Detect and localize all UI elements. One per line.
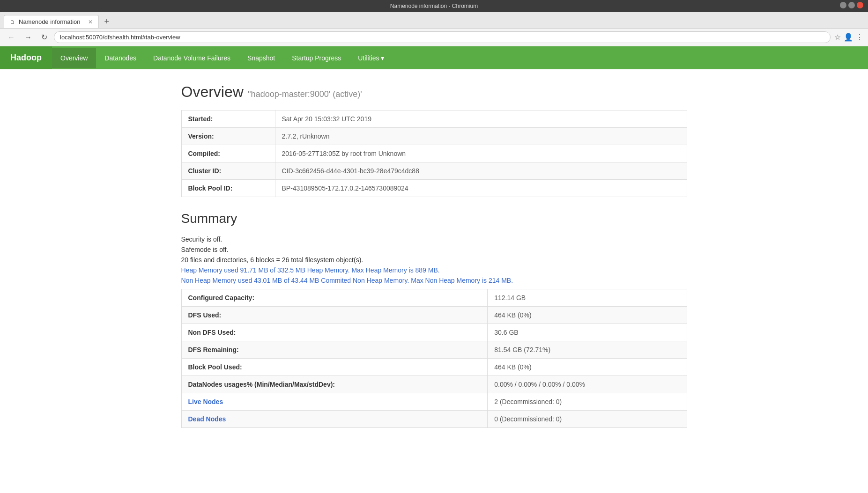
tab-close-button[interactable]: ✕: [88, 19, 93, 25]
stat-label: Block Pool Used:: [181, 359, 488, 376]
nav-item-overview[interactable]: Overview: [52, 48, 96, 68]
heading-subtitle: ''hadoop-master:9000' (active)': [248, 89, 362, 99]
address-bar[interactable]: [54, 31, 831, 43]
info-value: Sat Apr 20 15:03:32 UTC 2019: [275, 110, 687, 128]
stat-link[interactable]: Dead Nodes: [188, 415, 226, 423]
table-row: Block Pool ID:BP-431089505-172.17.0.2-14…: [181, 180, 687, 197]
hadoop-brand: Hadoop: [0, 46, 52, 69]
nav-items: Overview Datanodes Datanode Volume Failu…: [52, 48, 393, 68]
nav-item-datanode-volume-failures[interactable]: Datanode Volume Failures: [145, 48, 239, 68]
stat-value: 112.14 GB: [488, 289, 687, 307]
window-controls: [840, 2, 863, 8]
info-value: 2016-05-27T18:05Z by root from Unknown: [275, 145, 687, 162]
info-value: CID-3c662456-d44e-4301-bc39-28e479c4dc88: [275, 162, 687, 180]
table-row: Cluster ID:CID-3c662456-d44e-4301-bc39-2…: [181, 162, 687, 180]
summary-line-filesystem-objects: 20 files and directories, 6 blocks = 26 …: [181, 256, 687, 264]
stat-value: 81.54 GB (72.71%): [488, 341, 687, 359]
table-row: Version:2.7.2, rUnknown: [181, 128, 687, 145]
heading-text: Overview: [181, 83, 248, 100]
stat-value: 464 KB (0%): [488, 307, 687, 324]
stat-label: Live Nodes: [181, 393, 488, 411]
summary-texts: Security is off.Safemode is off.20 files…: [181, 235, 687, 284]
table-row: Started:Sat Apr 20 15:03:32 UTC 2019: [181, 110, 687, 128]
stat-value: 0 (Decommissioned: 0): [488, 411, 687, 428]
table-row: DataNodes usages% (Min/Median/Max/stdDev…: [181, 376, 687, 393]
close-button[interactable]: [857, 2, 863, 8]
info-value: 2.7.2, rUnknown: [275, 128, 687, 145]
nav-item-datanodes[interactable]: Datanodes: [96, 48, 145, 68]
info-value: BP-431089505-172.17.0.2-1465730089024: [275, 180, 687, 197]
summary-line-security: Security is off.: [181, 235, 687, 243]
stat-value: 0.00% / 0.00% / 0.00% / 0.00%: [488, 376, 687, 393]
minimize-button[interactable]: [840, 2, 846, 8]
reload-button[interactable]: ↻: [38, 32, 50, 43]
stat-label: Non DFS Used:: [181, 324, 488, 341]
info-label: Version:: [181, 128, 275, 145]
active-tab[interactable]: 🗋 Namenode information ✕: [4, 15, 99, 28]
stat-value: 30.6 GB: [488, 324, 687, 341]
table-row: Block Pool Used:464 KB (0%): [181, 359, 687, 376]
nav-item-snapshot[interactable]: Snapshot: [239, 48, 283, 68]
info-label: Cluster ID:: [181, 162, 275, 180]
hadoop-nav: Hadoop Overview Datanodes Datanode Volum…: [0, 46, 868, 69]
info-label: Block Pool ID:: [181, 180, 275, 197]
table-row: DFS Remaining:81.54 GB (72.71%): [181, 341, 687, 359]
stat-link[interactable]: Live Nodes: [188, 398, 223, 405]
profile-icon[interactable]: 👤: [844, 33, 853, 42]
info-label: Compiled:: [181, 145, 275, 162]
menu-icon[interactable]: ⋮: [856, 33, 863, 42]
back-button[interactable]: ←: [5, 32, 18, 43]
tab-label: Namenode information: [19, 18, 81, 25]
stat-label: DataNodes usages% (Min/Median/Max/stdDev…: [181, 376, 488, 393]
stats-table: Configured Capacity:112.14 GBDFS Used:46…: [181, 289, 687, 428]
browser-title-bar: Namenode information - Chromium: [0, 0, 868, 12]
main-content: Overview ''hadoop-master:9000' (active)'…: [153, 69, 715, 442]
tab-favicon: 🗋: [10, 19, 15, 25]
table-row: DFS Used:464 KB (0%): [181, 307, 687, 324]
summary-line-safemode: Safemode is off.: [181, 246, 687, 253]
summary-heading: Summary: [181, 211, 687, 226]
nav-item-utilities[interactable]: Utilities ▾: [349, 48, 393, 68]
info-table: Started:Sat Apr 20 15:03:32 UTC 2019Vers…: [181, 110, 687, 197]
new-tab-button[interactable]: +: [101, 17, 113, 27]
stat-value: 464 KB (0%): [488, 359, 687, 376]
table-row: Non DFS Used:30.6 GB: [181, 324, 687, 341]
nav-item-startup-progress[interactable]: Startup Progress: [283, 48, 349, 68]
info-label: Started:: [181, 110, 275, 128]
table-row: Live Nodes2 (Decommissioned: 0): [181, 393, 687, 411]
summary-line-heap-memory: Heap Memory used 91.71 MB of 332.5 MB He…: [181, 266, 687, 274]
stat-label: Configured Capacity:: [181, 289, 488, 307]
browser-right-icons: ☆ 👤 ⋮: [834, 33, 863, 42]
forward-button[interactable]: →: [22, 32, 35, 43]
browser-title: Namenode information - Chromium: [390, 3, 478, 9]
table-row: Dead Nodes0 (Decommissioned: 0): [181, 411, 687, 428]
summary-line-non-heap-memory: Non Heap Memory used 43.01 MB of 43.44 M…: [181, 277, 687, 284]
tab-bar: 🗋 Namenode information ✕ +: [0, 12, 868, 29]
stat-label: DFS Remaining:: [181, 341, 488, 359]
nav-bar: ← → ↻ ☆ 👤 ⋮: [0, 29, 868, 46]
table-row: Compiled:2016-05-27T18:05Z by root from …: [181, 145, 687, 162]
page-heading: Overview ''hadoop-master:9000' (active)': [181, 83, 687, 101]
stat-label: DFS Used:: [181, 307, 488, 324]
table-row: Configured Capacity:112.14 GB: [181, 289, 687, 307]
maximize-button[interactable]: [848, 2, 855, 8]
bookmark-icon[interactable]: ☆: [834, 33, 841, 42]
stat-label: Dead Nodes: [181, 411, 488, 428]
stat-value: 2 (Decommissioned: 0): [488, 393, 687, 411]
